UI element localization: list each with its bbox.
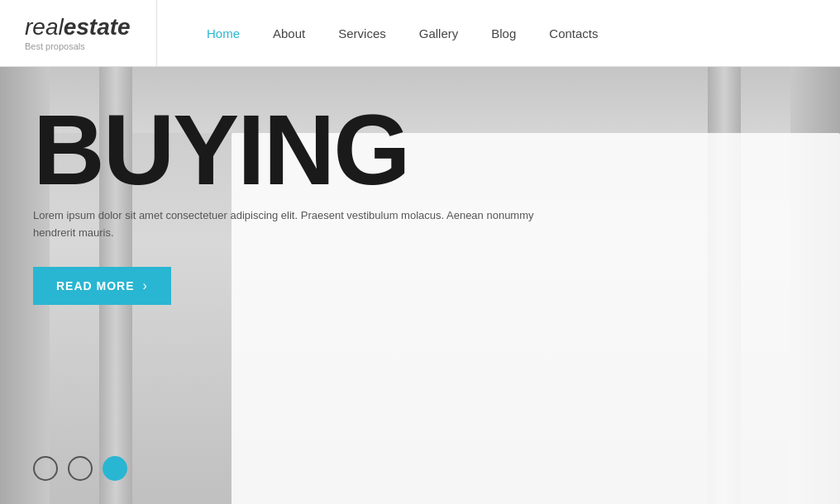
hero-section: BUYING Lorem ipsum dolor sit amet consec… — [0, 67, 840, 504]
nav-link-blog[interactable]: Blog — [475, 18, 532, 49]
nav-item-about[interactable]: About — [256, 18, 322, 49]
nav-item-contacts[interactable]: Contacts — [532, 18, 614, 49]
nav-link-home[interactable]: Home — [190, 18, 256, 49]
logo: realestate — [25, 16, 131, 39]
nav-link-gallery[interactable]: Gallery — [403, 18, 475, 49]
nav-link-contacts[interactable]: Contacts — [532, 18, 614, 49]
read-more-button[interactable]: READ MORE › — [33, 267, 171, 305]
nav-item-gallery[interactable]: Gallery — [403, 18, 475, 49]
navbar: realestate Best proposals Home About Ser… — [0, 0, 840, 67]
logo-estate: estate — [64, 14, 131, 40]
logo-real: real — [25, 14, 64, 40]
slide-dot-2[interactable] — [68, 456, 93, 481]
logo-area: realestate Best proposals — [25, 0, 157, 66]
slide-dot-1[interactable] — [33, 456, 58, 481]
nav-item-blog[interactable]: Blog — [475, 18, 532, 49]
nav-link-about[interactable]: About — [256, 18, 322, 49]
hero-description: Lorem ipsum dolor sit amet consectetuer … — [33, 207, 579, 242]
nav-item-services[interactable]: Services — [322, 18, 403, 49]
chevron-right-icon: › — [143, 278, 148, 293]
slide-dot-3[interactable] — [103, 456, 127, 481]
slide-dots — [33, 456, 127, 481]
hero-content: BUYING Lorem ipsum dolor sit amet consec… — [0, 67, 840, 504]
hero-title: BUYING — [33, 100, 807, 199]
nav-link-services[interactable]: Services — [322, 18, 403, 49]
read-more-label: READ MORE — [56, 279, 135, 292]
nav-item-home[interactable]: Home — [190, 18, 256, 49]
logo-subtitle: Best proposals — [25, 41, 131, 51]
nav-links: Home About Services Gallery Blog Contact… — [190, 18, 615, 49]
